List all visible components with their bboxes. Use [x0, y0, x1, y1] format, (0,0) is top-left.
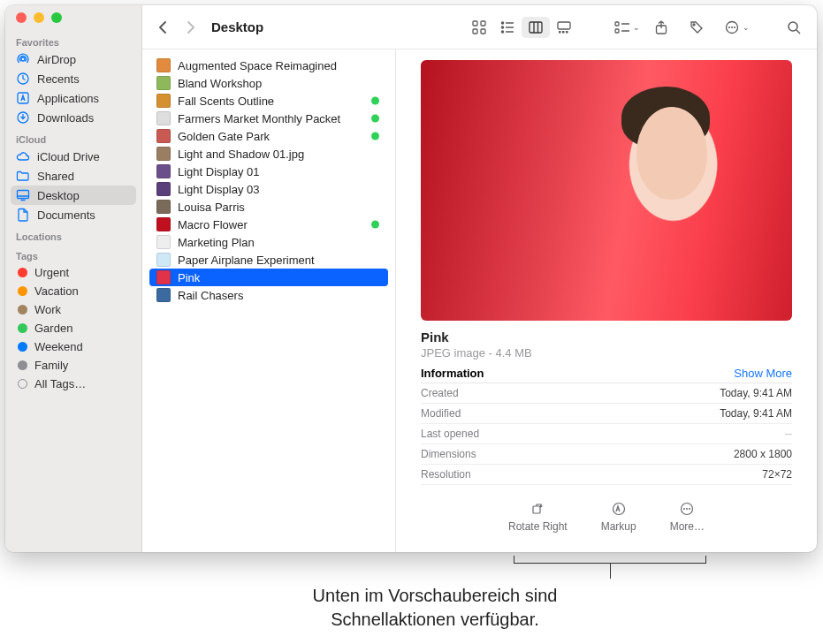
sidebar-item[interactable]: Desktop: [11, 186, 136, 205]
annotation-text: Unten im Vorschaubereich sindSchnellakti…: [214, 584, 656, 632]
file-item[interactable]: Louisa Parris: [149, 198, 388, 216]
file-list: Augmented Space ReimaginedBland Workshop…: [142, 49, 396, 552]
file-item[interactable]: Pink: [149, 269, 388, 286]
sidebar-tag[interactable]: Family: [5, 356, 141, 375]
file-item[interactable]: Augmented Space Reimagined: [149, 57, 388, 74]
file-label: Rail Chasers: [178, 289, 243, 302]
file-item[interactable]: Marketing Plan: [149, 233, 388, 251]
chevron-down-icon: ⌄: [633, 23, 640, 32]
locations-header: Locations: [5, 224, 141, 244]
svg-point-34: [789, 22, 797, 31]
tag-label: Work: [34, 303, 61, 316]
sync-status-icon: [371, 221, 379, 229]
more-action[interactable]: More…: [670, 501, 705, 533]
info-value: Today, 9:41 AM: [720, 407, 792, 420]
close-icon[interactable]: [16, 12, 27, 23]
sidebar-item[interactable]: iCloud Drive: [5, 147, 141, 166]
file-label: Pink: [178, 271, 200, 284]
sidebar-tag[interactable]: Urgent: [5, 263, 141, 282]
sidebar-tag[interactable]: Work: [5, 300, 141, 319]
rotate-icon: [530, 501, 545, 517]
sidebar-item[interactable]: Downloads: [5, 108, 141, 127]
sidebar-item-label: Shared: [37, 170, 74, 183]
forward-button[interactable]: [179, 17, 202, 38]
info-key: Dimensions: [421, 448, 476, 460]
sidebar-all-tags[interactable]: All Tags…: [5, 375, 141, 393]
file-icon: [156, 235, 171, 249]
file-item[interactable]: Light Display 01: [149, 163, 388, 180]
file-item[interactable]: Light and Shadow 01.jpg: [149, 145, 388, 163]
file-label: Marketing Plan: [178, 236, 255, 249]
svg-rect-9: [473, 29, 477, 34]
chevron-down-icon: ⌄: [743, 23, 750, 32]
rotate-label: Rotate Right: [508, 520, 568, 533]
airdrop-icon: [16, 52, 30, 66]
sidebar-item-label: Recents: [37, 72, 80, 86]
quick-actions: Rotate Right Markup More…: [421, 501, 792, 533]
svg-point-15: [502, 31, 504, 33]
sidebar-tag[interactable]: Vacation: [5, 282, 141, 300]
file-label: Macro Flower: [178, 218, 248, 231]
svg-point-39: [683, 508, 685, 510]
info-key: Modified: [421, 407, 461, 420]
sidebar-item-label: Downloads: [37, 111, 94, 125]
file-label: Fall Scents Outline: [178, 95, 274, 108]
sidebar-tag[interactable]: Garden: [5, 319, 141, 337]
file-label: Augmented Space Reimagined: [178, 59, 337, 72]
svg-rect-10: [481, 29, 485, 34]
gallery-view-button[interactable]: [550, 17, 578, 38]
sidebar-item[interactable]: Shared: [5, 166, 141, 186]
info-row: Last opened--: [421, 424, 792, 444]
share-button[interactable]: [647, 17, 675, 38]
show-more-link[interactable]: Show More: [734, 367, 792, 380]
svg-point-31: [728, 27, 730, 28]
file-label: Light Display 03: [178, 183, 260, 196]
svg-point-0: [21, 57, 25, 61]
back-button[interactable]: [151, 17, 174, 38]
minimize-icon[interactable]: [34, 12, 44, 23]
sidebar-item[interactable]: Applications: [5, 88, 141, 108]
sync-status-icon: [371, 115, 379, 123]
preview-pane: Pink JPEG image - 4.4 MB Information Sho…: [396, 49, 817, 552]
sidebar-item-label: AirDrop: [37, 53, 76, 66]
file-icon: [156, 288, 171, 302]
column-view-button[interactable]: [522, 17, 550, 38]
sidebar-item[interactable]: Documents: [5, 205, 141, 224]
all-tags-icon: [18, 379, 27, 389]
file-label: Paper Airplane Experiment: [178, 254, 315, 267]
window-title: Desktop: [211, 19, 263, 34]
sidebar: Favorites AirDropRecentsApplicationsDown…: [5, 5, 142, 552]
file-item[interactable]: Macro Flower: [149, 216, 388, 233]
file-item[interactable]: Light Display 03: [149, 180, 388, 198]
file-item[interactable]: Bland Workshop: [149, 74, 388, 92]
svg-rect-36: [533, 506, 540, 513]
tag-label: Weekend: [34, 340, 83, 353]
file-item[interactable]: Farmers Market Monthly Packet: [149, 110, 388, 127]
sidebar-item-label: Documents: [37, 208, 95, 222]
file-item[interactable]: Fall Scents Outline: [149, 92, 388, 110]
markup-action[interactable]: Markup: [601, 501, 636, 533]
icon-view-button[interactable]: [465, 17, 493, 38]
fullscreen-icon[interactable]: [51, 12, 62, 23]
svg-rect-8: [481, 21, 485, 26]
svg-rect-26: [615, 29, 619, 33]
favorites-header: Favorites: [5, 30, 141, 49]
rotate-right-action[interactable]: Rotate Right: [508, 501, 568, 533]
sidebar-tag[interactable]: Weekend: [5, 337, 141, 356]
file-item[interactable]: Paper Airplane Experiment: [149, 251, 388, 269]
sidebar-item[interactable]: Recents: [5, 69, 141, 88]
info-value: 72×72: [762, 468, 792, 481]
svg-point-11: [502, 22, 504, 24]
file-item[interactable]: Rail Chasers: [149, 286, 388, 304]
finder-window: Favorites AirDropRecentsApplicationsDown…: [5, 5, 817, 552]
list-view-button[interactable]: [493, 17, 522, 38]
info-key: Last opened: [421, 428, 479, 440]
sidebar-item[interactable]: AirDrop: [5, 49, 141, 69]
file-item[interactable]: Golden Gate Park: [149, 127, 388, 145]
file-label: Light and Shadow 01.jpg: [178, 148, 304, 161]
preview-title: Pink: [421, 330, 792, 345]
search-button[interactable]: [780, 17, 808, 38]
tag-color-icon: [18, 323, 27, 333]
tags-button[interactable]: [682, 17, 711, 38]
sync-status-icon: [371, 97, 379, 105]
